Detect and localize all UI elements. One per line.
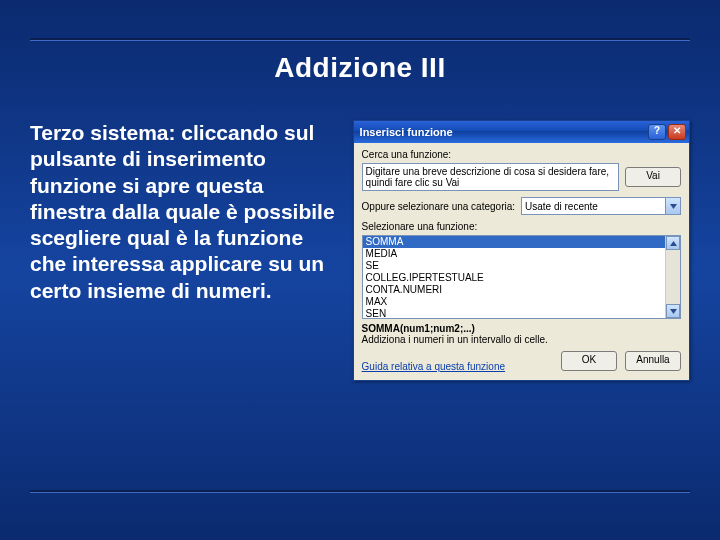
help-button[interactable]: ? — [648, 124, 666, 140]
chevron-down-icon — [665, 198, 680, 214]
go-button[interactable]: Vai — [625, 167, 681, 187]
category-label: Oppure selezionare una categoria: — [362, 201, 515, 212]
function-signature: SOMMA(num1;num2;...) — [362, 323, 681, 334]
list-item[interactable]: COLLEG.IPERTESTUALE — [363, 272, 665, 284]
cancel-button[interactable]: Annulla — [625, 351, 681, 371]
ok-button[interactable]: OK — [561, 351, 617, 371]
scroll-up-icon[interactable] — [666, 236, 680, 250]
insert-function-dialog: Inserisci funzione ? ✕ Cerca una funzion… — [353, 120, 690, 381]
dialog-title: Inserisci funzione — [360, 126, 453, 138]
function-listbox[interactable]: SOMMA MEDIA SE COLLEG.IPERTESTUALE CONTA… — [362, 235, 681, 319]
slide-title: Addizione III — [0, 52, 720, 84]
search-label: Cerca una funzione: — [362, 149, 681, 160]
category-selected-value: Usate di recente — [525, 201, 598, 212]
close-button[interactable]: ✕ — [668, 124, 686, 140]
dialog-titlebar[interactable]: Inserisci funzione ? ✕ — [354, 121, 689, 143]
content-area: Terzo sistema: cliccando sul pulsante di… — [30, 120, 690, 381]
top-rule — [30, 38, 690, 40]
search-input[interactable]: Digitare una breve descrizione di cosa s… — [362, 163, 619, 191]
list-item[interactable]: SOMMA — [363, 236, 665, 248]
list-item[interactable]: CONTA.NUMERI — [363, 284, 665, 296]
list-item[interactable]: MAX — [363, 296, 665, 308]
bottom-rule — [30, 490, 690, 492]
slide-description: Terzo sistema: cliccando sul pulsante di… — [30, 120, 343, 381]
scroll-down-icon[interactable] — [666, 304, 680, 318]
function-signature-desc: Addiziona i numeri in un intervallo di c… — [362, 334, 681, 345]
list-scrollbar[interactable] — [665, 236, 680, 318]
list-item[interactable]: MEDIA — [363, 248, 665, 260]
category-select[interactable]: Usate di recente — [521, 197, 681, 215]
list-item[interactable]: SEN — [363, 308, 665, 318]
list-item[interactable]: SE — [363, 260, 665, 272]
help-link[interactable]: Guida relativa a questa funzione — [362, 361, 505, 372]
list-label: Selezionare una funzione: — [362, 221, 681, 232]
